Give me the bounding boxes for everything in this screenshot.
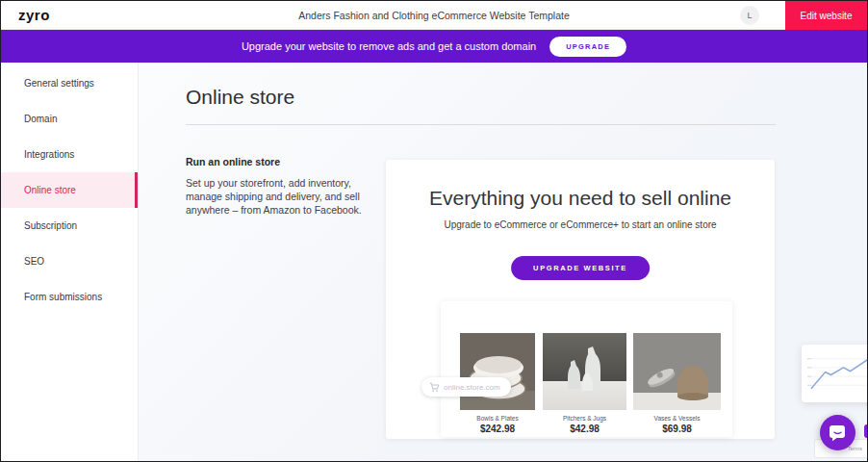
- promo-subheading: Upgrade to eCommerce or eCommerce+ to st…: [386, 219, 775, 230]
- product-photo-pitchers: [543, 333, 626, 410]
- terms-label: Terms: [848, 446, 862, 451]
- section-info: Run an online store Set up your storefro…: [186, 156, 374, 217]
- section-description: Set up your storefront, add inventory, m…: [186, 176, 374, 217]
- title-divider: [186, 124, 776, 125]
- product-photo-vases: [633, 333, 721, 410]
- sidebar-item-form-submissions[interactable]: Form submissions: [1, 279, 138, 315]
- sidebar-item-integrations[interactable]: Integrations: [1, 137, 138, 172]
- product-card: Pitchers & Jugs $42.98: [543, 333, 626, 434]
- product-name: Pitchers & Jugs: [543, 415, 626, 422]
- product-name: Vases & Vessels: [633, 415, 721, 422]
- edit-website-button[interactable]: Edit website: [785, 1, 867, 30]
- shopping-cart-icon: [429, 382, 440, 393]
- chat-widget-button[interactable]: [820, 415, 855, 450]
- store-address-text: online.store.com: [444, 383, 500, 392]
- user-avatar[interactable]: L: [740, 6, 759, 25]
- ecommerce-promo-card: Everything you need to sell online Upgra…: [386, 160, 775, 439]
- upgrade-banner-text: Upgrade your website to remove ads and g…: [242, 40, 536, 52]
- page-title: Online store: [186, 86, 294, 109]
- chat-bubble-icon: [829, 424, 847, 442]
- sales-chart-card: [802, 345, 868, 402]
- section-heading: Run an online store: [186, 156, 374, 167]
- product-price: $69.98: [633, 424, 721, 434]
- sidebar-item-seo[interactable]: SEO: [1, 244, 138, 279]
- store-address-pill: online.store.com: [421, 377, 511, 397]
- sidebar-item-general-settings[interactable]: General settings: [1, 65, 138, 101]
- product-name: Bowls & Plates: [460, 415, 535, 422]
- chat-widget-edge-tab[interactable]: [864, 424, 868, 438]
- store-illustration-panel: Bowls & Plates $242.98: [441, 301, 732, 437]
- main-content: Online store Run an online store Set up …: [139, 63, 868, 462]
- sidebar-item-online-store[interactable]: Online store: [1, 172, 138, 208]
- product-price: $42.98: [543, 424, 626, 434]
- product-photo-bowls: [460, 333, 535, 410]
- site-title: Anders Fashion and Clothing eCommerce We…: [1, 10, 867, 21]
- upgrade-button[interactable]: UPGRADE: [549, 37, 626, 57]
- upgrade-banner: Upgrade your website to remove ads and g…: [1, 30, 867, 63]
- settings-sidebar: General settings Domain Integrations Onl…: [1, 63, 139, 462]
- promo-heading: Everything you need to sell online: [386, 187, 775, 210]
- sales-sparkline: [807, 351, 868, 396]
- upgrade-website-button[interactable]: UPGRADE WEBSITE: [511, 256, 650, 280]
- top-bar: zyro Anders Fashion and Clothing eCommer…: [1, 1, 867, 30]
- zyro-logo[interactable]: zyro: [18, 7, 50, 23]
- product-card: Vases & Vessels $69.98: [633, 333, 721, 434]
- sidebar-item-subscription[interactable]: Subscription: [1, 208, 138, 244]
- sidebar-item-domain[interactable]: Domain: [1, 101, 138, 137]
- product-price: $242.98: [460, 424, 535, 434]
